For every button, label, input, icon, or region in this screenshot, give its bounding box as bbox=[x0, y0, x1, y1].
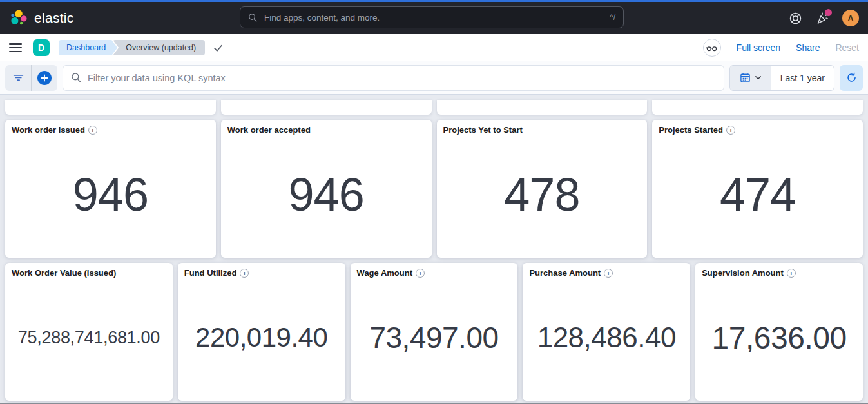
date-quick-select-button[interactable] bbox=[730, 66, 771, 90]
breadcrumb-current-page[interactable]: Overview (updated) bbox=[113, 40, 205, 55]
breadcrumb-dashboard[interactable]: Dashboard bbox=[59, 40, 117, 55]
space-badge[interactable]: D bbox=[33, 39, 50, 56]
kql-filter-input[interactable] bbox=[88, 73, 716, 83]
search-shortcut-hint: ^/ bbox=[610, 13, 615, 22]
metric-panel-projects-yet-to-start: Projects Yet to Start 478 bbox=[437, 120, 648, 258]
global-search-box[interactable]: ^/ bbox=[240, 6, 624, 28]
chevron-down-icon bbox=[755, 74, 762, 81]
add-filter-button[interactable] bbox=[32, 65, 57, 91]
metric-value: 220,019.40 bbox=[184, 279, 339, 396]
logo-text: elastic bbox=[34, 10, 74, 26]
info-icon[interactable]: i bbox=[88, 126, 97, 135]
refresh-button[interactable] bbox=[840, 65, 863, 91]
filter-toolbar: Last 1 year bbox=[0, 61, 868, 95]
notification-dot bbox=[825, 9, 832, 16]
info-icon[interactable]: i bbox=[240, 269, 249, 278]
panel-row-partial bbox=[5, 100, 863, 115]
panel-title: Supervision Amount bbox=[702, 267, 784, 279]
metric-panel-work-order-issued: Work order issued i 946 bbox=[5, 120, 216, 258]
time-range-display[interactable]: Last 1 year bbox=[771, 66, 834, 90]
calendar-icon bbox=[740, 72, 751, 83]
share-button[interactable]: Share bbox=[796, 43, 820, 53]
metric-panel-purchase-amount: Purchase Amount i 128,486.40 bbox=[523, 263, 690, 401]
metric-value: 73,497.00 bbox=[357, 279, 512, 396]
panel-row-2: Work Order Value (Issued) 75,288,741,681… bbox=[5, 263, 863, 401]
menu-button[interactable] bbox=[9, 43, 22, 52]
metric-value: 478 bbox=[443, 136, 641, 253]
metric-value: 17,636.00 bbox=[702, 279, 856, 396]
panel-title: Projects Started bbox=[659, 124, 723, 136]
panel-partial[interactable] bbox=[652, 100, 863, 115]
metric-value: 946 bbox=[12, 136, 209, 253]
date-picker: Last 1 year bbox=[729, 65, 834, 91]
app-header: elastic ^/ bbox=[0, 2, 868, 34]
refresh-icon bbox=[846, 72, 857, 83]
filter-options-button[interactable] bbox=[5, 65, 31, 91]
user-avatar[interactable]: A bbox=[842, 10, 859, 26]
panel-partial[interactable] bbox=[437, 100, 648, 115]
view-mode-badge[interactable] bbox=[703, 39, 721, 57]
kql-filter-box[interactable] bbox=[63, 65, 724, 91]
breadcrumb: Dashboard Overview (updated) bbox=[59, 40, 205, 55]
reset-button[interactable]: Reset bbox=[835, 43, 859, 53]
panel-partial[interactable] bbox=[5, 100, 216, 115]
metric-value: 128,486.40 bbox=[529, 279, 684, 396]
metric-panel-work-order-accepted: Work order accepted 946 bbox=[221, 120, 432, 258]
glasses-icon bbox=[706, 42, 718, 54]
metric-value: 474 bbox=[659, 136, 856, 253]
metric-panel-projects-started: Projects Started i 474 bbox=[652, 120, 863, 258]
filter-button-group bbox=[5, 65, 57, 91]
life-ring-icon bbox=[789, 12, 802, 25]
info-icon[interactable]: i bbox=[787, 269, 796, 278]
elastic-logo-icon bbox=[9, 8, 28, 28]
metric-value: 946 bbox=[227, 136, 425, 253]
info-icon[interactable]: i bbox=[604, 269, 613, 278]
full-screen-button[interactable]: Full screen bbox=[737, 43, 780, 53]
panel-title: Purchase Amount bbox=[529, 267, 601, 279]
info-icon[interactable]: i bbox=[416, 269, 425, 278]
metric-panel-supervision-amount: Supervision Amount i 17,636.00 bbox=[695, 263, 863, 401]
dashboard-grid: Work order issued i 946 Work order accep… bbox=[0, 95, 868, 404]
global-search-input[interactable] bbox=[264, 13, 603, 23]
nav-toolbar: D Dashboard Overview (updated) Full scre… bbox=[0, 34, 868, 61]
panel-partial[interactable] bbox=[221, 100, 432, 115]
elastic-logo[interactable]: elastic bbox=[9, 8, 74, 28]
saved-check-icon bbox=[213, 43, 224, 53]
panel-title: Wage Amount bbox=[357, 267, 412, 279]
filter-icon bbox=[13, 72, 24, 83]
panel-title: Work order accepted bbox=[227, 124, 311, 136]
metric-value: 75,288,741,681.00 bbox=[12, 279, 166, 396]
newsfeed-button[interactable] bbox=[815, 11, 829, 25]
metric-panel-work-order-value: Work Order Value (Issued) 75,288,741,681… bbox=[5, 263, 173, 401]
metric-panel-wage-amount: Wage Amount i 73,497.00 bbox=[351, 263, 518, 401]
help-button[interactable] bbox=[788, 11, 802, 25]
panel-title: Work Order Value (Issued) bbox=[12, 267, 116, 279]
panel-title: Work order issued bbox=[12, 124, 85, 136]
panel-row-1: Work order issued i 946 Work order accep… bbox=[5, 120, 863, 258]
panel-title: Projects Yet to Start bbox=[443, 124, 523, 136]
metric-panel-fund-utilized: Fund Utilized i 220,019.40 bbox=[178, 263, 345, 401]
panel-title: Fund Utilized bbox=[184, 267, 237, 279]
search-icon bbox=[71, 72, 82, 83]
plus-icon bbox=[37, 71, 52, 85]
info-icon[interactable]: i bbox=[726, 126, 735, 135]
search-icon bbox=[248, 13, 258, 23]
